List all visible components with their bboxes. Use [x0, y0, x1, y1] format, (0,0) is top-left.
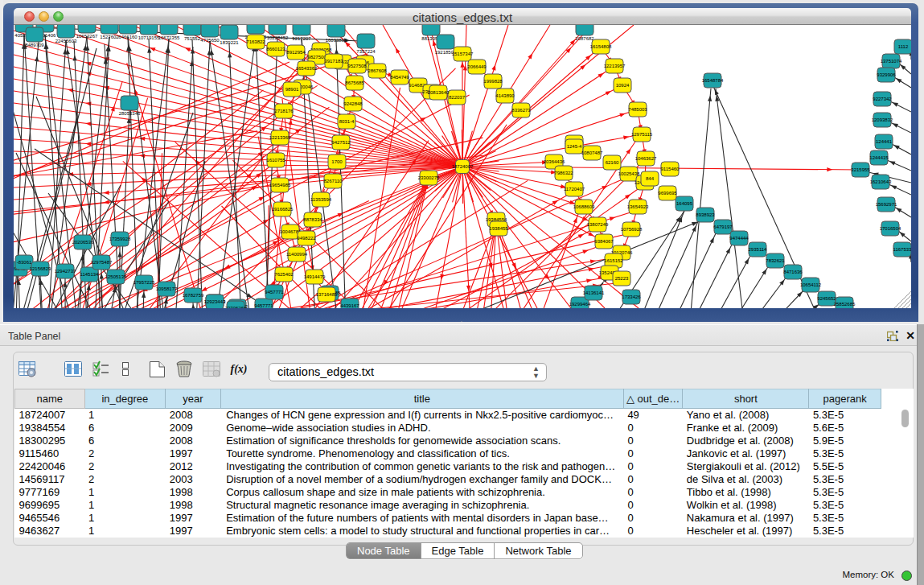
svg-text:8938923: 8938923	[696, 212, 715, 217]
svg-text:23300275: 23300275	[418, 175, 440, 180]
svg-text:15157347: 15157347	[452, 51, 474, 56]
svg-text:12093832: 12093832	[872, 117, 893, 122]
svg-text:22455603: 22455603	[55, 39, 77, 43]
svg-text:822037: 822037	[449, 95, 466, 100]
svg-text:32975487: 32975487	[91, 260, 113, 265]
svg-text:124441: 124441	[876, 139, 893, 144]
svg-text:15692971: 15692971	[876, 202, 897, 207]
svg-text:1245-4: 1245-4	[567, 144, 582, 149]
svg-text:20206536: 20206536	[72, 240, 94, 245]
svg-text:3917183: 3917183	[324, 59, 343, 64]
svg-text:2066449: 2066449	[467, 64, 487, 69]
svg-text:9527508: 9527508	[347, 64, 367, 68]
svg-text:19299464: 19299464	[569, 302, 591, 307]
svg-text:9245652: 9245652	[817, 296, 836, 301]
svg-text:9457771: 9457771	[265, 290, 284, 295]
svg-text:9699695: 9699695	[658, 191, 677, 196]
svg-text:1999828: 1999828	[483, 79, 503, 84]
svg-text:11400994: 11400994	[286, 252, 308, 257]
svg-text:7485003: 7485003	[628, 107, 647, 112]
svg-text:6466160: 6466160	[118, 35, 138, 39]
svg-text:8031-4: 8031-4	[339, 119, 355, 124]
svg-text:16154808: 16154808	[590, 44, 612, 49]
svg-text:2935114: 2935114	[749, 247, 768, 252]
svg-text:12156829: 12156829	[30, 266, 51, 271]
svg-text:19166825: 19166825	[272, 207, 294, 212]
svg-text:2718176: 2718176	[274, 109, 294, 113]
svg-text:8675685: 8675685	[345, 80, 364, 85]
svg-text:3215955: 3215955	[851, 167, 870, 172]
svg-text:751552: 751552	[184, 36, 201, 41]
svg-text:98901: 98901	[285, 87, 299, 92]
svg-text:16548784: 16548784	[702, 78, 724, 83]
svg-text:1610755: 1610755	[266, 158, 285, 163]
svg-text:8471636: 8471636	[783, 270, 803, 274]
svg-text:25852685: 25852685	[834, 302, 856, 307]
svg-text:10719155: 10719155	[138, 35, 160, 40]
svg-text:1244415: 1244415	[869, 155, 889, 160]
svg-text:10654112: 10654112	[800, 282, 822, 287]
svg-text:8878334: 8878334	[303, 217, 322, 222]
svg-text:2087682: 2087682	[575, 36, 594, 41]
svg-text:1733426: 1733426	[622, 295, 641, 299]
svg-text:1145134: 1145134	[80, 272, 100, 277]
svg-text:62160: 62160	[606, 160, 619, 165]
svg-text:10228452: 10228452	[267, 35, 289, 40]
svg-text:7832621: 7832621	[766, 258, 785, 263]
svg-text:164095: 164095	[676, 201, 693, 206]
svg-text:10025438: 10025438	[618, 171, 640, 176]
svg-text:12942737: 12942737	[55, 269, 76, 274]
svg-text:23706266: 23706266	[225, 306, 247, 308]
svg-text:12505135: 12505135	[105, 274, 127, 279]
svg-text:17016504: 17016504	[880, 226, 901, 231]
svg-text:11353594: 11353594	[310, 197, 332, 202]
svg-text:1167533: 1167533	[893, 247, 911, 252]
svg-text:1839221: 1839221	[220, 40, 239, 45]
svg-text:12975115: 12975115	[631, 132, 653, 137]
svg-text:8660123: 8660123	[266, 47, 285, 51]
svg-text:16782759: 16782759	[183, 293, 204, 298]
svg-text:10807487: 10807487	[581, 150, 603, 155]
svg-text:10924: 10924	[616, 83, 630, 88]
svg-text:4439167: 4439167	[340, 303, 359, 308]
svg-text:20364436: 20364436	[544, 159, 565, 164]
svg-text:28053346: 28053346	[119, 111, 141, 116]
svg-text:12213369: 12213369	[269, 135, 291, 140]
svg-text:25223: 25223	[615, 276, 629, 281]
svg-text:8912954: 8912954	[286, 50, 306, 55]
svg-text:9242848: 9242848	[343, 101, 363, 106]
svg-text:8267110: 8267110	[324, 179, 343, 183]
svg-text:9498222: 9498222	[297, 236, 316, 241]
svg-text:10463627: 10463627	[635, 156, 657, 161]
svg-text:6479197: 6479197	[713, 225, 733, 229]
svg-text:1938455: 1938455	[489, 226, 508, 231]
svg-text:12923443: 12923443	[204, 299, 226, 304]
svg-text:8454749: 8454749	[390, 75, 409, 80]
svg-text:10958177: 10958177	[156, 286, 178, 291]
svg-text:16671355: 16671355	[158, 35, 180, 40]
svg-text:844: 844	[646, 176, 655, 181]
svg-text:13751074: 13751074	[881, 59, 902, 64]
svg-text:14136141: 14136141	[583, 290, 605, 295]
svg-text:11720407: 11720407	[564, 187, 585, 192]
svg-text:7357224: 7357224	[356, 49, 376, 54]
svg-text:10688609: 10688609	[573, 204, 595, 209]
svg-text:13807249: 13807249	[587, 222, 609, 227]
svg-text:4735650: 4735650	[200, 38, 220, 43]
svg-text:13654923: 13654923	[627, 204, 649, 209]
svg-text:7625402: 7625402	[274, 272, 294, 277]
svg-text:9474444: 9474444	[729, 236, 749, 241]
svg-text:7163822: 7163822	[246, 39, 265, 44]
svg-text:8489709: 8489709	[25, 43, 44, 47]
svg-text:10756928: 10756928	[621, 227, 643, 232]
svg-text:1527602: 1527602	[100, 35, 119, 39]
svg-text:9217207: 9217207	[292, 36, 311, 41]
svg-text:19654985: 19654985	[269, 183, 291, 187]
svg-text:9115460: 9115460	[661, 167, 680, 171]
svg-text:4143890: 4143890	[495, 93, 515, 98]
svg-text:1700: 1700	[331, 159, 343, 164]
svg-text:8336273: 8336273	[511, 108, 531, 113]
svg-text:14914479: 14914479	[304, 274, 326, 279]
svg-text:-83061: -83061	[17, 260, 32, 265]
svg-text:9457771: 9457771	[254, 303, 273, 308]
